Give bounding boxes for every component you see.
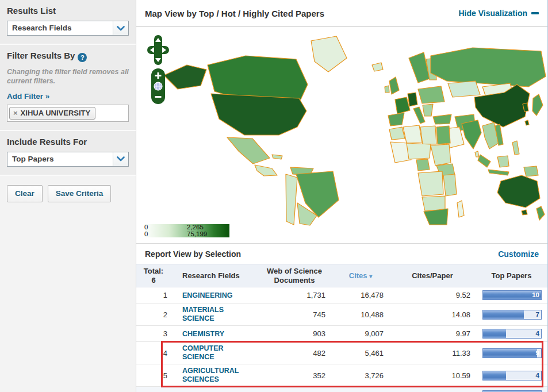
- country-india[interactable]: [462, 120, 481, 149]
- country-sudan[interactable]: [431, 144, 451, 166]
- table-row: 5 AGRICULTURAL SCIENCES 352 3,726 10.59 …: [136, 364, 547, 387]
- country-mexico[interactable]: [227, 137, 270, 164]
- country-taiwan[interactable]: [525, 120, 529, 125]
- hide-visualization-link[interactable]: Hide Visualization: [458, 9, 539, 18]
- country-east-africa[interactable]: [443, 174, 457, 196]
- country-java[interactable]: [488, 170, 509, 175]
- globe-button[interactable]: [154, 82, 162, 90]
- map-controls: [147, 34, 170, 106]
- country-turkey[interactable]: [433, 114, 451, 124]
- map-area: 0 2,265 0 75,199: [136, 27, 547, 243]
- cites-per-paper-value: 11.33: [389, 347, 476, 360]
- country-sri-lanka[interactable]: [475, 151, 479, 157]
- country-libya[interactable]: [420, 126, 436, 144]
- country-nigeria[interactable]: [416, 159, 430, 171]
- top-papers-value: 4: [536, 330, 539, 337]
- country-norway-sweden[interactable]: [409, 52, 430, 83]
- country-balkans[interactable]: [423, 104, 433, 116]
- field-link[interactable]: MATERIALS SCIENCE: [182, 306, 257, 323]
- wos-documents-value: 5,934: [257, 389, 332, 392]
- results-list-title: Results List: [7, 6, 129, 16]
- country-japan[interactable]: [532, 94, 543, 116]
- country-ireland[interactable]: [385, 86, 389, 93]
- country-new-zealand[interactable]: [536, 206, 545, 220]
- field-link[interactable]: AGRICULTURAL SCIENCES: [182, 367, 257, 384]
- country-mali-niger[interactable]: [407, 143, 431, 159]
- country-australia[interactable]: [497, 175, 540, 207]
- filter-tag[interactable]: × XIHUA UNIVERSITY: [9, 107, 95, 120]
- pan-control[interactable]: [147, 35, 169, 65]
- country-angola-zambia[interactable]: [422, 196, 445, 211]
- report-section: Report View by Selection Customize Total…: [136, 243, 547, 392]
- table-row-all-fields: 0 ALL FIELDS 5,934 59,057 9.95 54: [136, 387, 547, 392]
- chevron-down-icon: [113, 152, 128, 166]
- filter-title: Filter Results By?: [7, 51, 129, 62]
- wos-documents-value: 1,731: [257, 289, 332, 302]
- country-usa[interactable]: [211, 94, 306, 135]
- results-list-section: Results List Research Fields: [0, 0, 136, 44]
- remove-filter-icon[interactable]: ×: [13, 109, 18, 117]
- country-peru-chile[interactable]: [286, 174, 297, 225]
- customize-link[interactable]: Customize: [498, 249, 539, 259]
- country-malaysia[interactable]: [478, 155, 490, 167]
- country-papua[interactable]: [524, 166, 538, 176]
- filter-note: Changing the filter field removes all cu…: [7, 67, 129, 86]
- cites-per-paper-value: 10.59: [389, 369, 476, 382]
- wos-documents-value: 482: [257, 347, 332, 360]
- results-list-dropdown-value: Research Fields: [7, 21, 76, 35]
- visualization-header: Map View by Top / Hot / Highly Cited Pap…: [136, 0, 547, 27]
- clear-button[interactable]: Clear: [7, 185, 43, 202]
- zoom-out-button[interactable]: [155, 96, 162, 98]
- country-russia[interactable]: [431, 48, 546, 87]
- country-central-america[interactable]: [255, 165, 277, 176]
- country-greenland[interactable]: [311, 36, 347, 72]
- country-france[interactable]: [395, 97, 410, 114]
- country-eastern-europe[interactable]: [418, 86, 444, 103]
- country-tasmania[interactable]: [522, 210, 527, 215]
- country-morocco[interactable]: [389, 127, 405, 140]
- field-link[interactable]: ENGINEERING: [182, 291, 233, 300]
- include-results-dropdown[interactable]: Top Papers: [7, 152, 129, 167]
- zoom-control[interactable]: [151, 68, 165, 104]
- highlighted-rows-group: 4 COMPUTER SCIENCE 482 5,461 11.33 9 5 A…: [136, 342, 547, 387]
- wos-documents-value: 352: [257, 369, 332, 382]
- column-cites-sort[interactable]: Cites ▾: [332, 269, 389, 283]
- wos-documents-value: 903: [257, 327, 332, 340]
- country-algeria[interactable]: [403, 125, 422, 143]
- top-papers-value: 4: [536, 372, 539, 379]
- country-borneo[interactable]: [497, 156, 509, 167]
- add-filter-link[interactable]: Add Filter »: [7, 92, 49, 101]
- table-row: 2 MATERIALS SCIENCE 745 10,488 14.08 7: [136, 303, 547, 326]
- country-egypt[interactable]: [436, 126, 450, 144]
- field-link[interactable]: COMPUTER SCIENCE: [182, 344, 257, 362]
- filter-section: Filter Results By? Changing the filter f…: [0, 45, 136, 130]
- help-icon[interactable]: ?: [78, 53, 87, 62]
- actions-section: Clear Save Criteria: [0, 176, 136, 392]
- legend-gradient-top-papers: 0 2,265: [143, 224, 229, 231]
- country-alaska[interactable]: [164, 65, 206, 89]
- country-iceland[interactable]: [372, 63, 383, 71]
- country-spain[interactable]: [388, 113, 404, 126]
- legend-min-value: 0: [144, 230, 148, 237]
- save-criteria-button[interactable]: Save Criteria: [48, 185, 112, 202]
- top-papers-value: 10: [532, 291, 539, 298]
- field-link[interactable]: CHEMISTRY: [182, 330, 224, 339]
- country-kazakhstan[interactable]: [448, 81, 480, 97]
- country-germany[interactable]: [408, 93, 417, 106]
- country-madagascar[interactable]: [457, 201, 464, 217]
- map-legend: 0 2,265 0 75,199: [143, 224, 229, 237]
- row-rank: 0: [136, 389, 171, 392]
- top-papers-bar: 9: [482, 348, 542, 358]
- world-map[interactable]: [159, 29, 548, 227]
- table-header-row: Total: 6 Research Fields Web of Science …: [136, 264, 547, 287]
- column-research-fields: Research Fields: [171, 269, 257, 283]
- country-cuba[interactable]: [272, 155, 282, 159]
- country-drc[interactable]: [418, 171, 443, 196]
- cites-per-paper-value: 9.52: [389, 289, 476, 302]
- country-philippines[interactable]: [512, 141, 519, 155]
- country-south-africa[interactable]: [424, 209, 448, 225]
- row-rank: 1: [136, 289, 171, 302]
- report-table: Total: 6 Research Fields Web of Science …: [136, 264, 547, 392]
- results-list-dropdown[interactable]: Research Fields: [7, 21, 129, 36]
- country-uk[interactable]: [389, 77, 399, 94]
